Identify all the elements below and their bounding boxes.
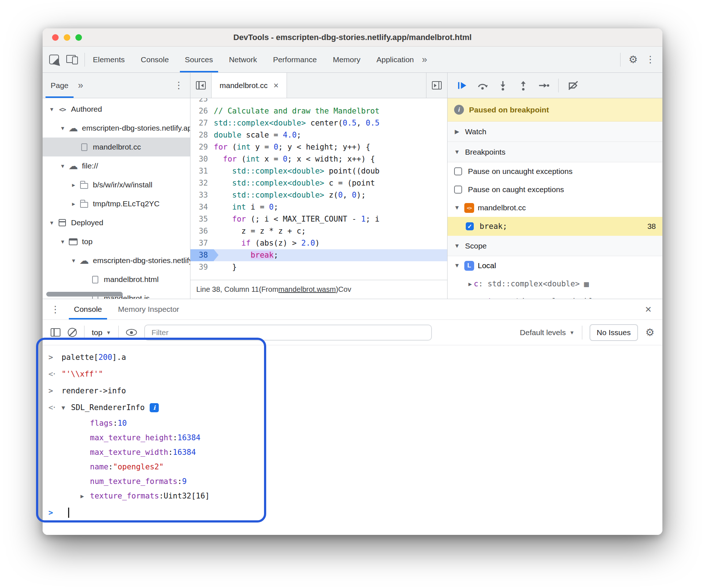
tab-mandelbrot-cc[interactable]: mandelbrot.cc × — [212, 73, 287, 98]
console-settings-gear-icon[interactable]: ⚙ — [645, 326, 654, 338]
drawer-tab-memory-inspector[interactable]: Memory Inspector — [110, 299, 187, 319]
chevron-down-icon[interactable]: ▼ — [453, 243, 461, 249]
device-toolbar-icon[interactable] — [66, 55, 78, 64]
line-number[interactable]: 33 — [190, 189, 214, 201]
scope-var-c[interactable]: ▶c: std::complex<double>▦ — [448, 275, 662, 293]
tab-elements[interactable]: Elements — [85, 47, 133, 72]
tab-performance[interactable]: Performance — [265, 47, 325, 72]
line-number[interactable]: 27 — [190, 117, 214, 129]
tree-item-b-s-w-ir-x-w-install[interactable]: ▸b/s/w/ir/x/w/install — [43, 175, 190, 194]
memory-inspector-icon[interactable]: ▦ — [584, 279, 589, 289]
navigator-more-tabs-icon[interactable]: » — [78, 80, 83, 91]
scope-var-center[interactable]: ▶center: std::complex<double>▦ — [448, 293, 662, 299]
step-out-icon[interactable] — [517, 80, 529, 91]
minimize-window-button[interactable] — [64, 34, 70, 41]
console-prompt-row[interactable]: > — [43, 503, 662, 522]
line-number[interactable]: 25 — [190, 98, 214, 105]
line-number[interactable]: 36 — [190, 225, 214, 237]
clear-console-icon[interactable] — [68, 328, 77, 337]
chevron-down-icon[interactable]: ▼ — [453, 204, 461, 211]
chevron-down-icon[interactable]: ▼ — [453, 149, 461, 155]
scope-local-row[interactable]: ▼ L Local — [448, 256, 662, 275]
drawer-tab-console[interactable]: Console — [66, 299, 110, 319]
expander-icon[interactable]: ▾ — [47, 106, 56, 113]
line-number[interactable]: 31 — [190, 165, 214, 177]
line-number[interactable]: 30 — [190, 153, 214, 165]
zoom-window-button[interactable] — [75, 34, 82, 41]
tree-item-authored[interactable]: ▾<>Authored — [43, 100, 190, 119]
tree-item-deployed[interactable]: ▾Deployed — [43, 213, 190, 232]
section-scope[interactable]: ▼ Scope — [448, 236, 662, 256]
line-number[interactable]: 29 — [190, 141, 214, 153]
line-number[interactable]: 37 — [190, 237, 214, 249]
close-window-button[interactable] — [52, 34, 59, 41]
toggle-debugger-sidebar-button[interactable] — [426, 73, 447, 98]
step-icon[interactable] — [538, 80, 550, 91]
line-number[interactable]: 35 — [190, 213, 214, 225]
pause-uncaught-checkbox[interactable] — [454, 167, 462, 175]
section-breakpoints[interactable]: ▼ Breakpoints — [448, 142, 662, 162]
expander-icon[interactable]: ▼ — [62, 404, 71, 411]
horizontal-scrollbar-thumb[interactable] — [46, 292, 123, 297]
chevron-right-icon[interactable]: ▶ — [466, 281, 474, 287]
line-number[interactable]: 34 — [190, 201, 214, 213]
main-menu-kebab-icon[interactable]: ⋮ — [646, 54, 655, 65]
console-filter-input[interactable] — [144, 325, 432, 341]
line-number[interactable]: 26 — [190, 105, 214, 117]
breakpoint-file-group[interactable]: ▼ <> mandelbrot.cc — [448, 199, 662, 217]
context-selector[interactable]: top ▼ — [92, 328, 111, 337]
drawer-kebab-icon[interactable]: ⋮ — [45, 304, 66, 315]
section-watch[interactable]: ▶ Watch — [448, 122, 662, 142]
tab-network[interactable]: Network — [221, 47, 265, 72]
code-editor[interactable]: 2526// Calculate and draw the Mandelbrot… — [190, 98, 447, 280]
wasm-source-link[interactable]: mandelbrot.wasm — [278, 285, 336, 294]
expander-icon[interactable]: ▾ — [58, 238, 67, 246]
resume-icon[interactable] — [456, 80, 468, 91]
breakpoint-entry[interactable]: ✓ break; 38 — [448, 217, 662, 236]
deactivate-breakpoints-icon[interactable] — [567, 80, 579, 91]
expander-icon[interactable]: ▾ — [58, 124, 67, 132]
tree-item-top[interactable]: ▾top — [43, 232, 190, 251]
more-tabs-icon[interactable]: » — [422, 54, 427, 65]
inspect-element-icon[interactable] — [49, 55, 59, 64]
step-over-icon[interactable] — [477, 80, 488, 91]
tree-item-emscripten-dbg-stories-netlify-app[interactable]: ▾☁emscripten-dbg-stories.netlify.app — [43, 251, 190, 270]
tab-sources[interactable]: Sources — [177, 47, 221, 72]
tab-memory[interactable]: Memory — [325, 47, 369, 72]
line-number[interactable]: 38 — [190, 249, 214, 261]
pause-caught-checkbox[interactable] — [454, 186, 462, 194]
tree-item-file[interactable]: ▾☁file:// — [43, 156, 190, 175]
line-number[interactable]: 39 — [190, 261, 214, 273]
expander-icon[interactable]: ▶ — [80, 493, 90, 500]
chevron-right-icon[interactable]: ▶ — [453, 128, 461, 135]
expander-icon[interactable]: ▸ — [69, 200, 78, 208]
expander-icon[interactable]: ▾ — [69, 257, 78, 265]
line-number[interactable]: 28 — [190, 129, 214, 141]
step-into-icon[interactable] — [497, 80, 509, 91]
expander-icon[interactable]: ▸ — [69, 181, 78, 189]
breakpoint-checkbox[interactable]: ✓ — [466, 222, 474, 230]
tree-item-mandelbrot-cc[interactable]: mandelbrot.cc — [43, 138, 190, 156]
navigator-kebab-icon[interactable]: ⋮ — [174, 80, 190, 91]
toggle-navigator-button[interactable] — [190, 73, 212, 98]
line-number[interactable]: 32 — [190, 177, 214, 189]
tab-console[interactable]: Console — [133, 47, 177, 72]
tab-application[interactable]: Application — [369, 47, 422, 72]
expander-icon[interactable]: ▾ — [47, 219, 56, 227]
console-sidebar-icon[interactable] — [51, 328, 60, 337]
tree-item-tmp-tmp-elctq2yc[interactable]: ▸tmp/tmp.ELcTq2YC — [43, 194, 190, 213]
console-input-text: palette[ — [62, 353, 98, 362]
close-drawer-icon[interactable]: × — [645, 303, 660, 315]
tree-item-emscripten-dbg-stories-netlify-app[interactable]: ▾☁emscripten-dbg-stories.netlify.app — [43, 119, 190, 138]
chevron-down-icon[interactable]: ▼ — [453, 262, 461, 269]
settings-gear-icon[interactable]: ⚙ — [629, 53, 638, 65]
close-tab-icon[interactable]: × — [273, 80, 279, 91]
live-expression-eye-icon[interactable] — [126, 329, 137, 336]
info-badge-icon[interactable]: i — [150, 403, 159, 412]
issues-counter[interactable]: No Issues — [590, 324, 638, 341]
tree-item-mandelbrot-html[interactable]: mandelbrot.html — [43, 270, 190, 289]
expander-icon[interactable]: ▾ — [58, 162, 67, 170]
tab-page[interactable]: Page — [43, 73, 76, 98]
log-levels-selector[interactable]: Default levels ▼ — [520, 328, 575, 337]
console-messages[interactable]: >palette[200].a<·"'\\xff'">renderer->inf… — [43, 345, 662, 535]
